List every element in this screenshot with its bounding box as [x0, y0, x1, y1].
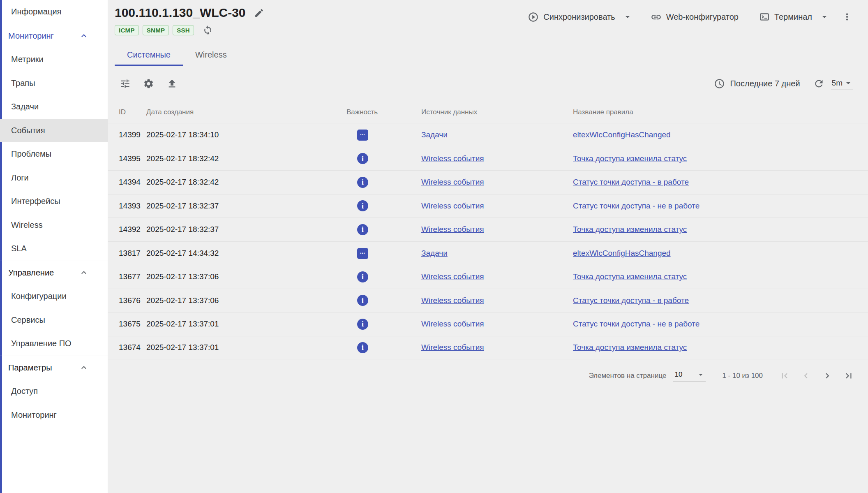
- table-row: 13675 2025-02-17 13:37:01 Wireless событ…: [108, 312, 868, 336]
- rule-link[interactable]: eltexWlcConfigHasChanged: [573, 130, 671, 139]
- sidebar-item-metrics[interactable]: Метрики: [0, 48, 108, 72]
- sidebar-section-monitoring[interactable]: Мониторинг: [0, 24, 108, 48]
- upload-icon: [166, 78, 178, 89]
- sidebar-item-problems[interactable]: Проблемы: [0, 142, 108, 166]
- sidebar-section-management[interactable]: Управление: [0, 261, 108, 285]
- sidebar-item-traps[interactable]: Трапы: [0, 72, 108, 95]
- rule-link[interactable]: eltexWlcConfigHasChanged: [573, 249, 671, 257]
- event-id: 13677: [108, 272, 146, 281]
- source-link[interactable]: Wireless события: [421, 272, 484, 281]
- sidebar-item-services[interactable]: Сервисы: [0, 308, 108, 332]
- last-page-button[interactable]: [841, 368, 856, 384]
- source-link[interactable]: Wireless события: [421, 154, 484, 163]
- source-link[interactable]: Wireless события: [421, 225, 484, 234]
- severity-icon: [357, 224, 368, 235]
- terminal-dropdown-button[interactable]: [817, 7, 832, 26]
- severity-icon: [357, 200, 368, 211]
- page-range-label: 1 - 10 из 100: [722, 372, 763, 380]
- rule-link[interactable]: Точка доступа изменила статус: [573, 154, 687, 163]
- filter-button[interactable]: [118, 76, 132, 91]
- sidebar-item-wireless[interactable]: Wireless: [0, 213, 108, 237]
- sidebar-section-label: Мониторинг: [8, 31, 54, 41]
- gear-icon: [143, 78, 154, 89]
- header-actions: Синхронизировать Web-конфигуратор Термин…: [523, 7, 854, 26]
- chevron-up-icon: [79, 31, 89, 41]
- sidebar-item-information[interactable]: Информация: [0, 0, 108, 24]
- sidebar-item-logs[interactable]: Логи: [0, 166, 108, 190]
- event-id: 14392: [108, 225, 146, 234]
- event-created: 2025-02-17 14:34:32: [146, 249, 346, 258]
- rule-link[interactable]: Точка доступа изменила статус: [573, 343, 687, 352]
- terminal-icon: [759, 12, 770, 22]
- protocol-badge-icmp: ICMP: [115, 25, 139, 35]
- sidebar-section-parameters[interactable]: Параметры: [0, 356, 108, 380]
- terminal-button[interactable]: Терминал: [754, 7, 817, 26]
- device-header: 100.110.1.130_WLC-30 ICMP SNMP SSH Синхр…: [108, 0, 868, 37]
- more-menu-button[interactable]: [840, 10, 854, 24]
- rule-link[interactable]: Статус точки доступа - в работе: [573, 178, 689, 186]
- time-range-button[interactable]: Последние 7 дней: [714, 78, 800, 89]
- items-per-page-label: Элементов на странице: [589, 372, 666, 380]
- source-link[interactable]: Задачи: [421, 130, 448, 139]
- rule-link[interactable]: Статус точки доступа - в работе: [573, 296, 689, 305]
- rule-link[interactable]: Статус точки доступа - не в работе: [573, 319, 699, 328]
- source-link[interactable]: Wireless события: [421, 319, 484, 328]
- tab-system[interactable]: Системные: [115, 44, 183, 66]
- chevron-left-icon: [801, 370, 811, 381]
- event-created: 2025-02-17 18:34:10: [146, 130, 346, 139]
- sidebar-item-configurations[interactable]: Конфигурации: [0, 285, 108, 308]
- refresh-button[interactable]: [812, 76, 826, 91]
- recheck-protocols-button[interactable]: [201, 23, 215, 37]
- severity-icon: [357, 295, 368, 306]
- terminal-label: Терминал: [774, 12, 812, 22]
- sidebar-item-sla[interactable]: SLA: [0, 237, 108, 261]
- event-id: 14393: [108, 201, 146, 211]
- web-configurator-button[interactable]: Web-конфигуратор: [646, 7, 743, 26]
- tab-wireless[interactable]: Wireless: [183, 44, 239, 66]
- synchronize-label: Синхронизировать: [543, 12, 615, 22]
- source-link[interactable]: Wireless события: [421, 201, 484, 210]
- severity-cell: [346, 319, 421, 330]
- next-page-button[interactable]: [820, 368, 835, 384]
- event-id: 13676: [108, 296, 146, 305]
- sidebar-item-access[interactable]: Доступ: [0, 380, 108, 403]
- sidebar-item-monitoring-settings[interactable]: Мониторинг: [0, 403, 108, 427]
- source-link[interactable]: Wireless события: [421, 343, 484, 352]
- time-range-label: Последние 7 дней: [730, 79, 800, 88]
- source-link[interactable]: Wireless события: [421, 178, 484, 186]
- chevron-down-icon: [696, 370, 706, 380]
- prev-page-button[interactable]: [798, 368, 814, 384]
- sidebar-item-interfaces[interactable]: Интерфейсы: [0, 190, 108, 213]
- event-created: 2025-02-17 13:37:06: [146, 296, 346, 305]
- table-row: 13674 2025-02-17 13:37:01 Wireless событ…: [108, 336, 868, 360]
- link-icon: [651, 12, 662, 23]
- sidebar-item-software-management[interactable]: Управление ПО: [0, 332, 108, 356]
- table-row: 13817 2025-02-17 14:34:32 Задачи eltexWl…: [108, 241, 868, 265]
- sidebar-item-events[interactable]: События: [0, 119, 108, 143]
- table-row: 14399 2025-02-17 18:34:10 Задачи eltexWl…: [108, 123, 868, 147]
- edit-title-button[interactable]: [252, 6, 266, 20]
- chevron-right-icon: [822, 370, 833, 381]
- column-header-severity: Важность: [346, 108, 421, 116]
- source-link[interactable]: Задачи: [421, 249, 448, 257]
- severity-icon: [357, 342, 368, 353]
- sidebar-item-tasks[interactable]: Задачи: [0, 95, 108, 119]
- first-page-icon: [779, 370, 790, 381]
- table-row: 14394 2025-02-17 18:32:42 Wireless событ…: [108, 170, 868, 194]
- sidebar-divider: [0, 427, 108, 427]
- first-page-button[interactable]: [777, 368, 792, 384]
- pagination-bar: Элементов на странице 10 1 - 10 из 100: [108, 359, 868, 392]
- rule-link[interactable]: Статус точки доступа - не в работе: [573, 201, 699, 210]
- source-link[interactable]: Wireless события: [421, 296, 484, 305]
- rule-link[interactable]: Точка доступа изменила статус: [573, 225, 687, 234]
- synchronize-button[interactable]: Синхронизировать: [523, 7, 620, 26]
- export-button[interactable]: [165, 76, 179, 91]
- rule-link[interactable]: Точка доступа изменила статус: [573, 272, 687, 281]
- synchronize-dropdown-button[interactable]: [620, 7, 635, 26]
- severity-cell: [346, 177, 421, 188]
- sidebar-section-label: Управление: [8, 268, 54, 278]
- refresh-interval-select[interactable]: 5m: [831, 77, 853, 90]
- items-per-page-select[interactable]: 10: [673, 370, 706, 382]
- table-settings-button[interactable]: [141, 76, 156, 91]
- event-created: 2025-02-17 13:37:01: [146, 343, 346, 352]
